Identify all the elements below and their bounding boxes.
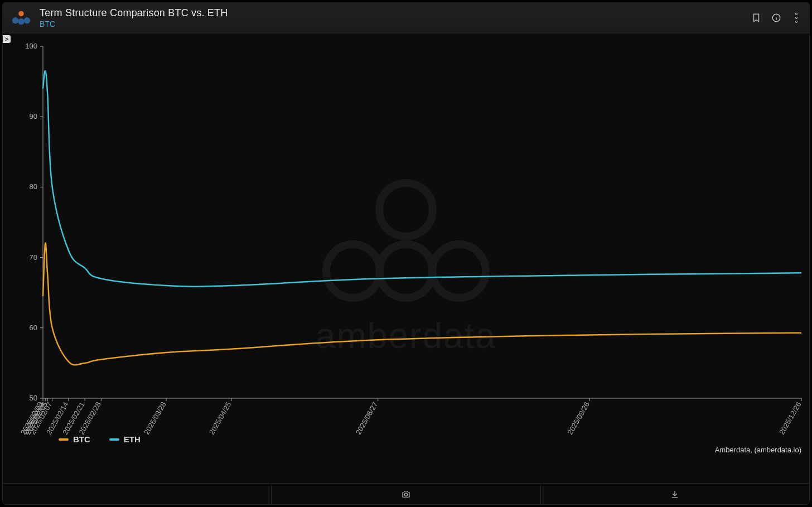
svg-text:90: 90 bbox=[30, 112, 37, 120]
svg-point-3 bbox=[24, 17, 30, 23]
svg-point-8 bbox=[795, 17, 797, 18]
svg-point-1 bbox=[12, 17, 18, 23]
chart-svg: 50607080901002025/02/032025/02/042025/02… bbox=[3, 35, 809, 482]
svg-text:2025/04/25: 2025/04/25 bbox=[207, 400, 233, 436]
legend-item-btc[interactable]: BTC bbox=[59, 434, 90, 444]
more-menu-icon[interactable] bbox=[791, 13, 801, 23]
svg-point-2 bbox=[18, 18, 24, 25]
svg-text:80: 80 bbox=[30, 182, 37, 191]
legend-label-btc: BTC bbox=[73, 434, 90, 444]
svg-text:2025/06/27: 2025/06/27 bbox=[354, 400, 380, 436]
svg-text:60: 60 bbox=[30, 323, 37, 332]
svg-point-9 bbox=[795, 21, 797, 22]
panel-header: Term Structure Comparison BTC vs. ETH BT… bbox=[3, 3, 809, 33]
bookmark-icon[interactable] bbox=[751, 13, 761, 23]
chart-legend: BTC ETH bbox=[59, 434, 141, 444]
legend-swatch-btc bbox=[59, 438, 69, 441]
legend-item-eth[interactable]: ETH bbox=[109, 434, 141, 444]
legend-label-eth: ETH bbox=[124, 434, 141, 444]
camera-icon[interactable] bbox=[401, 489, 411, 499]
svg-point-0 bbox=[18, 11, 24, 17]
svg-text:2025/12/26: 2025/12/26 bbox=[777, 400, 803, 436]
svg-text:100: 100 bbox=[25, 42, 37, 50]
amberdata-logo-icon bbox=[11, 9, 32, 26]
chart-title: Term Structure Comparison BTC vs. ETH bbox=[40, 7, 751, 20]
panel-footer bbox=[3, 483, 809, 504]
legend-swatch-eth bbox=[109, 438, 119, 441]
info-icon[interactable] bbox=[771, 13, 781, 23]
chart-panel: Term Structure Comparison BTC vs. ETH BT… bbox=[2, 2, 810, 505]
svg-text:50: 50 bbox=[30, 394, 37, 402]
chart-plot-area[interactable]: amberdata 50607080901002025/02/032025/02… bbox=[3, 35, 809, 482]
download-icon[interactable] bbox=[670, 489, 680, 499]
svg-text:70: 70 bbox=[30, 253, 37, 262]
svg-text:2025/09/26: 2025/09/26 bbox=[566, 400, 591, 436]
svg-point-7 bbox=[795, 13, 797, 15]
footer-slot-left bbox=[3, 484, 272, 504]
attribution-text: Amberdata, (amberdata.io) bbox=[715, 446, 801, 454]
chart-subtitle: BTC bbox=[40, 20, 751, 30]
svg-text:2025/03/28: 2025/03/28 bbox=[142, 400, 168, 436]
svg-point-52 bbox=[404, 493, 407, 496]
